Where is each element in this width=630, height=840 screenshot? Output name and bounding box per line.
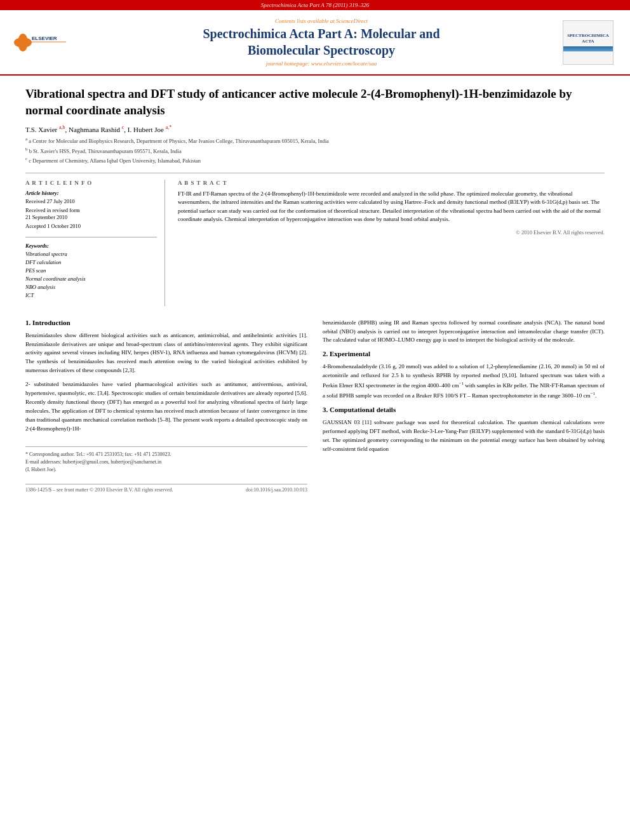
- computational-text: GAUSSIAN 03 [11] software package was us…: [323, 418, 605, 454]
- banner-text: Spectrochimica Acta Part A 78 (2011) 319…: [261, 2, 369, 8]
- svg-point-2: [14, 37, 32, 48]
- footnote-email: E-mail addresses: hubertjoe@gmail.com, h…: [25, 458, 307, 466]
- journal-logo-text: SPECTROCHIMICAACTA: [567, 33, 609, 44]
- info-abstract-section: A R T I C L E I N F O Article history: R…: [25, 180, 605, 306]
- footnote-corresponding: * Corresponding author. Tel.: +91 471 25…: [25, 451, 307, 458]
- journal-logo-box: SPECTROCHIMICAACTA: [563, 20, 613, 65]
- article-info-heading: A R T I C L E I N F O: [25, 180, 157, 186]
- affiliation-a: a a Centre for Molecular and Biophysics …: [25, 136, 605, 145]
- abstract-text: FT-IR and FT-Raman spectra of the 2-(4-B…: [178, 190, 605, 224]
- homepage-url: www.elsevier.com/locate/saa: [311, 60, 377, 67]
- footer-doi: doi:10.1016/j.saa.2010.10.013: [246, 487, 307, 493]
- keyword-5: NBO analysis: [25, 284, 157, 291]
- journal-homepage: journal homepage: www.elsevier.com/locat…: [93, 60, 550, 67]
- info-divider: [25, 237, 157, 237]
- keywords-label: Keywords:: [25, 243, 157, 249]
- copyright-line: © 2010 Elsevier B.V. All rights reserved…: [178, 229, 605, 236]
- abstract-column: A B S T R A C T FT-IR and FT-Raman spect…: [178, 180, 605, 306]
- journal-header: ELSEVIER Contents lists available at Sci…: [0, 10, 630, 76]
- header-divider: [25, 173, 605, 173]
- experimental-heading: 2. Experimental: [323, 350, 605, 357]
- journal-logo-area: SPECTROCHIMICAACTA: [556, 15, 620, 69]
- affiliations: a a Centre for Molecular and Biophysics …: [25, 136, 605, 165]
- journal-banner: Spectrochimica Acta Part A 78 (2011) 319…: [0, 0, 630, 10]
- sciencedirect-label: Contents lists available at ScienceDirec…: [93, 18, 550, 24]
- keyword-2: DFT calculation: [25, 259, 157, 267]
- keyword-4: Normal coordinate analysis: [25, 276, 157, 283]
- intro-para-2: 2- substituted benzimidazoles have varie…: [25, 380, 307, 434]
- right-column: benzimidazole (BPHB) using IR and Raman …: [323, 319, 605, 493]
- journal-logo-stripe: [563, 46, 613, 51]
- article-info-column: A R T I C L E I N F O Article history: R…: [25, 180, 165, 306]
- elsevier-logo-icon: ELSEVIER: [10, 30, 67, 55]
- computational-heading: 3. Computational details: [323, 406, 605, 413]
- article-title: Vibrational spectra and DFT study of ant…: [25, 86, 605, 118]
- sciencedirect-name: ScienceDirect: [336, 18, 368, 24]
- keywords-section: Keywords: Vibrational spectra DFT calcul…: [25, 243, 157, 299]
- article-body: Vibrational spectra and DFT study of ant…: [0, 76, 630, 503]
- svg-text:ELSEVIER: ELSEVIER: [32, 36, 57, 41]
- elsevier-logo-area: ELSEVIER: [10, 15, 86, 69]
- history-label: Article history:: [25, 190, 157, 196]
- keyword-1: Vibrational spectra: [25, 251, 157, 258]
- affiliation-c: c c Department of Chemistry, Allama Iqba…: [25, 156, 605, 165]
- journal-title-area: Contents lists available at ScienceDirec…: [86, 15, 556, 69]
- accepted-date: Accepted 1 October 2010: [25, 223, 157, 230]
- experimental-text: 4-Bromobenzaladehyde (3.16 g, 20 mmol) w…: [323, 363, 605, 401]
- article-history: Article history: Received 27 July 2010 R…: [25, 190, 157, 231]
- keyword-3: PES scan: [25, 267, 157, 275]
- footnote-area: * Corresponding author. Tel.: +91 471 25…: [25, 446, 307, 474]
- introduction-heading: 1. Introduction: [25, 319, 307, 326]
- footer-issn: 1386-1425/$ – see front matter © 2010 El…: [25, 487, 173, 493]
- abstract-heading: A B S T R A C T: [178, 180, 605, 186]
- keyword-6: ICT: [25, 292, 157, 300]
- received-date: Received 27 July 2010: [25, 198, 157, 206]
- footnote-name: (I. Hubert Joe).: [25, 466, 307, 474]
- left-column: 1. Introduction Benzimidazoles show diff…: [25, 319, 307, 493]
- intro-right-para-1: benzimidazole (BPHB) using IR and Raman …: [323, 319, 605, 345]
- page-footer: 1386-1425/$ – see front matter © 2010 El…: [25, 484, 307, 493]
- affiliation-b: b b St. Xavier's HSS, Peyad, Thiruvanant…: [25, 146, 605, 156]
- journal-title: Spectrochimica Acta Part A: Molecular an…: [93, 25, 550, 58]
- main-body-columns: 1. Introduction Benzimidazoles show diff…: [25, 319, 605, 493]
- revised-date: Received in revised form21 September 201…: [25, 207, 157, 222]
- authors-line: T.S. Xavier a,b, Naghmana Rashid c, I. H…: [25, 124, 605, 133]
- intro-para-1: Benzimidazoles show different biological…: [25, 331, 307, 376]
